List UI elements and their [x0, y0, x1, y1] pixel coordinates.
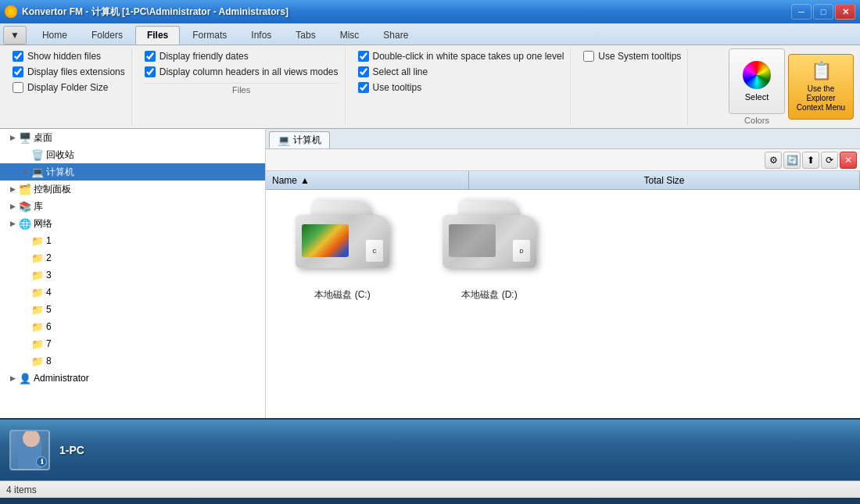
- toolbar-settings-btn[interactable]: ⚙: [765, 152, 782, 169]
- expand-administrator[interactable]: ▶: [6, 372, 19, 384]
- select-all-row[interactable]: Select all line: [358, 66, 564, 78]
- file-item-drive-d[interactable]: D 本地磁盘 (D:): [419, 196, 560, 306]
- avatar-info-badge: ℹ: [36, 456, 47, 467]
- tree-item-folder5[interactable]: 📁 5: [0, 301, 265, 318]
- col-header-name[interactable]: Name ▲: [266, 171, 469, 189]
- ribbon-group-4: Use System tooltips: [577, 48, 688, 125]
- col-headers-row[interactable]: Display column headers in all views mode…: [145, 66, 339, 78]
- network-icon: 🌐: [19, 217, 31, 230]
- content-tab-label: 计算机: [293, 134, 321, 147]
- tree-item-folder4[interactable]: 📁 4: [0, 284, 265, 301]
- colors-group-label: Colors: [744, 116, 769, 125]
- tree-item-folder6[interactable]: 📁 6: [0, 318, 265, 335]
- expand-computer[interactable]: ▼: [19, 166, 31, 178]
- tree-label-folder7: 7: [46, 338, 52, 349]
- expand-network[interactable]: ▶: [6, 217, 19, 230]
- toolbar-close-btn[interactable]: ✕: [840, 152, 857, 169]
- content-tabs: 💻 计算机: [266, 129, 860, 149]
- ribbon-content: Show hidden files Display files extensio…: [0, 45, 860, 128]
- tree-item-network[interactable]: ▶ 🌐 网络: [0, 215, 265, 232]
- expand-recycle: [19, 148, 31, 161]
- tab-folders[interactable]: Folders: [80, 26, 134, 45]
- tab-share[interactable]: Share: [371, 26, 420, 45]
- tree-item-folder8[interactable]: 📁 8: [0, 352, 265, 370]
- ribbon: ▼ Home Folders Files Formats Infos Tabs …: [0, 23, 860, 129]
- tab-home[interactable]: Home: [30, 26, 79, 45]
- col-header-size[interactable]: Total Size: [469, 171, 860, 189]
- tree-item-control-panel[interactable]: ▶ 🗂️ 控制面板: [0, 181, 265, 198]
- close-button[interactable]: ✕: [835, 4, 855, 20]
- double-click-row[interactable]: Double-click in white space takes up one…: [358, 50, 564, 63]
- file-item-drive-c[interactable]: C 本地磁盘 (C:): [272, 196, 413, 306]
- expand-control-panel[interactable]: ▶: [6, 183, 19, 195]
- tree-item-library[interactable]: ▶ 📚 库: [0, 198, 265, 215]
- select-all-checkbox[interactable]: [358, 66, 369, 77]
- content-toolbar: ⚙ 🔄 ⬆ ⟳ ✕: [266, 149, 860, 171]
- show-hidden-checkbox[interactable]: [13, 51, 23, 62]
- toolbar-up-btn[interactable]: ⬆: [802, 152, 819, 169]
- show-hidden-row[interactable]: Show hidden files: [13, 50, 125, 63]
- tree-item-folder7[interactable]: 📁 7: [0, 335, 265, 352]
- tab-tabs[interactable]: Tabs: [284, 26, 327, 45]
- expand-desktop[interactable]: ▶: [6, 131, 19, 144]
- expand-library[interactable]: ▶: [6, 200, 19, 213]
- tree-label-folder3: 3: [46, 270, 52, 281]
- administrator-icon: 👤: [19, 372, 31, 384]
- tree-item-recycle[interactable]: 🗑️ 回收站: [0, 146, 265, 163]
- friendly-dates-row[interactable]: Display friendly dates: [145, 50, 339, 63]
- tab-files[interactable]: Files: [135, 26, 180, 45]
- display-folder-size-checkbox[interactable]: [13, 82, 23, 93]
- use-tooltips-row[interactable]: Use tooltips: [358, 81, 564, 94]
- tab-misc[interactable]: Misc: [328, 26, 371, 45]
- display-folder-size-row[interactable]: Display Folder Size: [13, 81, 125, 94]
- file-grid: C 本地磁盘 (C:) D 本地磁盘 (D:): [266, 190, 860, 418]
- display-extensions-checkbox[interactable]: [13, 66, 23, 77]
- toolbar-refresh-btn[interactable]: 🔄: [783, 152, 801, 169]
- system-tooltips-checkbox[interactable]: [583, 51, 594, 62]
- col-headers-checkbox[interactable]: [145, 66, 156, 77]
- minimize-button[interactable]: ─: [791, 4, 812, 20]
- select-all-label: Select all line: [373, 66, 428, 77]
- explorer-context-menu-button[interactable]: 📋 Use the Explorer Context Menu: [788, 54, 854, 120]
- use-tooltips-checkbox[interactable]: [358, 82, 369, 93]
- tree-item-folder1[interactable]: 📁 1: [0, 232, 265, 249]
- status-username: 1-PC: [59, 444, 84, 456]
- avatar-head: [23, 430, 40, 447]
- item-count: 4 items: [6, 484, 37, 495]
- double-click-checkbox[interactable]: [358, 51, 369, 62]
- tree-label-folder2: 2: [46, 252, 52, 263]
- recycle-icon: 🗑️: [31, 148, 44, 161]
- folder8-icon: 📁: [31, 355, 44, 367]
- col-header-sort-icon: ▲: [300, 175, 310, 186]
- maximize-button[interactable]: □: [813, 4, 833, 20]
- drive-c-icon: C: [296, 215, 389, 285]
- drive-d-icon: D: [443, 215, 536, 285]
- tree-item-administrator[interactable]: ▶ 👤 Administrator: [0, 370, 265, 387]
- content-tab-computer[interactable]: 💻 计算机: [269, 131, 330, 148]
- ribbon-group-3: Double-click in white space takes up one…: [352, 48, 572, 125]
- tree-label-library: 库: [34, 200, 43, 213]
- display-extensions-row[interactable]: Display files extensions: [13, 66, 125, 78]
- system-tooltips-row[interactable]: Use System tooltips: [583, 50, 681, 63]
- tree-label-desktop: 桌面: [34, 131, 52, 145]
- folder3-icon: 📁: [31, 269, 44, 281]
- status-bar: ℹ 1-PC: [0, 418, 860, 481]
- tree-item-folder3[interactable]: 📁 3: [0, 266, 265, 284]
- friendly-dates-checkbox[interactable]: [145, 51, 156, 62]
- tree-item-computer[interactable]: ▼ 💻 计算机: [0, 163, 265, 181]
- tree-label-folder4: 4: [46, 287, 52, 298]
- tree-item-desktop[interactable]: ▶ 🖥️ 桌面: [0, 129, 265, 146]
- tab-infos[interactable]: Infos: [239, 26, 283, 45]
- display-extensions-label: Display files extensions: [27, 66, 125, 77]
- toolbar-sync-btn[interactable]: ⟳: [821, 152, 838, 169]
- tree-item-folder2[interactable]: 📁 2: [0, 249, 265, 266]
- title-bar-left: Konvertor FM - 计算机 [1-PC\Administrator -…: [5, 5, 288, 19]
- ribbon-tabs: ▼ Home Folders Files Formats Infos Tabs …: [0, 23, 860, 45]
- tab-formats[interactable]: Formats: [181, 26, 238, 45]
- use-tooltips-label: Use tooltips: [373, 82, 422, 93]
- select-button[interactable]: Select: [729, 48, 785, 114]
- expand-folder1: [19, 234, 31, 247]
- content-tab-icon: 💻: [278, 134, 290, 146]
- tree-label-control-panel: 控制面板: [34, 183, 71, 196]
- tab-special[interactable]: ▼: [3, 26, 27, 45]
